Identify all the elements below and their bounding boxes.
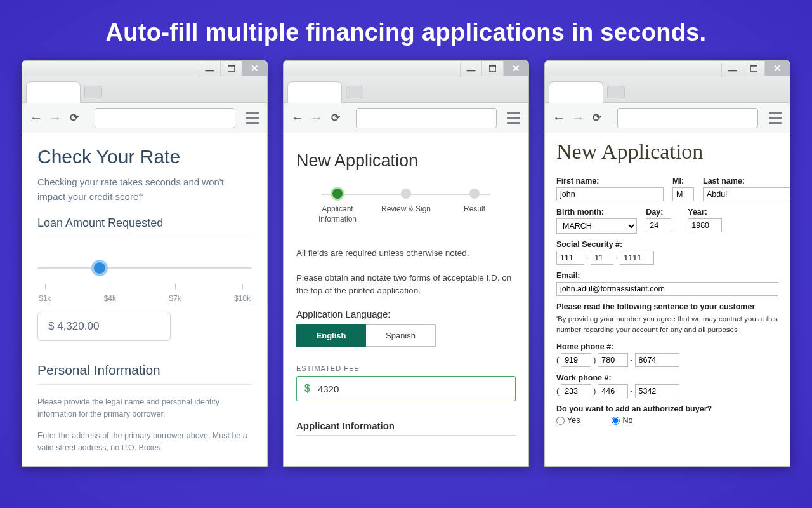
- day-input[interactable]: [646, 218, 671, 232]
- menu-icon[interactable]: [244, 112, 261, 124]
- new-tab-button[interactable]: [607, 86, 625, 98]
- ssn-part3-input[interactable]: [620, 251, 654, 265]
- work-phone-line-input[interactable]: [635, 384, 679, 398]
- authorized-yes-radio[interactable]: Yes: [556, 416, 580, 425]
- section-applicant-info: Applicant Information: [296, 420, 516, 436]
- window-titlebar: — ✕: [22, 61, 267, 76]
- close-button[interactable]: ✕: [503, 61, 528, 76]
- language-toggle: English Spanish: [296, 324, 516, 347]
- reload-button[interactable]: ⟳: [328, 111, 343, 124]
- browser-toolbar: ← → ⟳: [545, 103, 790, 133]
- step-result: Result: [446, 189, 503, 224]
- page-title: New Application: [296, 151, 516, 171]
- browser-tab[interactable]: [549, 81, 603, 103]
- browser-tab[interactable]: [26, 81, 81, 103]
- work-phone-prefix-input[interactable]: [598, 384, 628, 398]
- minimize-button[interactable]: —: [199, 63, 220, 77]
- disclaimer-text: 'By providing your number you agree that…: [556, 314, 778, 335]
- reload-button[interactable]: ⟳: [589, 111, 605, 124]
- forward-button[interactable]: →: [48, 110, 63, 125]
- browser-tab[interactable]: [287, 81, 342, 103]
- help-text: Please provide the legal name and person…: [37, 396, 252, 421]
- divider: [37, 384, 252, 385]
- first-name-input[interactable]: [556, 187, 664, 201]
- year-label: Year:: [688, 208, 732, 217]
- browser-toolbar: ← → ⟳: [284, 103, 528, 133]
- email-input[interactable]: [556, 282, 778, 296]
- last-name-label: Last name:: [703, 177, 790, 185]
- window-new-application-a: — ✕ ← → ⟳ New Application Applicant Info…: [283, 60, 529, 467]
- maximize-button[interactable]: [743, 61, 764, 76]
- year-input[interactable]: [688, 218, 722, 232]
- home-phone-label: Home phone #:: [556, 342, 778, 351]
- step-dot-icon: [332, 189, 343, 199]
- back-button[interactable]: ←: [290, 110, 305, 125]
- back-button[interactable]: ←: [29, 110, 44, 125]
- loan-amount-display: $ 4,320.00: [37, 312, 171, 341]
- language-spanish-button[interactable]: Spanish: [366, 324, 436, 347]
- id-note: Please obtain and notate two forms of ac…: [296, 272, 516, 298]
- birth-month-select[interactable]: MARCH: [556, 218, 637, 234]
- ssn-part1-input[interactable]: [556, 251, 584, 265]
- work-phone-label: Work phone #:: [556, 373, 778, 382]
- page-title: Check Your Rate: [37, 146, 252, 168]
- section-personal-info: Personal Information: [37, 363, 252, 378]
- divider: [37, 234, 252, 234]
- currency-symbol: $: [304, 383, 310, 394]
- close-button[interactable]: ✕: [764, 61, 790, 76]
- forward-button[interactable]: →: [309, 110, 324, 125]
- page-body: Check Your Rate Checking your rate takes…: [22, 133, 267, 466]
- reload-button[interactable]: ⟳: [67, 111, 82, 124]
- home-phone-area-input[interactable]: [561, 353, 591, 367]
- page-body: New Application Applicant Information Re…: [284, 133, 528, 466]
- first-name-label: First name:: [556, 177, 664, 185]
- work-phone-area-input[interactable]: [561, 384, 591, 398]
- authorized-buyer-label: Do you want to add an authorized buyer?: [556, 404, 712, 413]
- slider-ticks: $1k $4k $7k $10k: [37, 294, 252, 303]
- page-title: New Application: [556, 140, 778, 164]
- home-phone-line-input[interactable]: [635, 353, 679, 367]
- back-button[interactable]: ←: [551, 110, 566, 125]
- slider-label: Loan Amount Requested: [37, 217, 252, 230]
- ssn-part2-input[interactable]: [591, 251, 613, 265]
- loan-amount-slider[interactable]: [37, 252, 252, 290]
- disclaimer-heading: Please read the following sentence to yo…: [556, 302, 755, 311]
- home-phone-prefix-input[interactable]: [598, 353, 628, 367]
- svg-rect-5: [750, 65, 757, 67]
- window-new-application-b: — ✕ ← → ⟳ New Application First name:: [544, 60, 790, 467]
- new-tab-button[interactable]: [346, 86, 363, 98]
- window-rate-checker: — ✕ ← → ⟳ Check Your Rate Checking your …: [22, 60, 268, 467]
- browser-toolbar: ← → ⟳: [22, 103, 267, 133]
- new-tab-button[interactable]: [84, 86, 102, 98]
- svg-rect-3: [489, 65, 496, 67]
- mi-label: MI:: [672, 177, 694, 185]
- close-button[interactable]: ✕: [242, 61, 267, 76]
- maximize-button[interactable]: [481, 61, 503, 76]
- language-label: Application Language:: [296, 309, 516, 319]
- help-text: Enter the address of the primary borrowe…: [37, 430, 252, 455]
- address-bar[interactable]: [617, 108, 758, 128]
- address-bar[interactable]: [356, 108, 497, 128]
- mi-input[interactable]: [672, 187, 694, 201]
- slider-thumb[interactable]: [91, 260, 108, 276]
- minimize-button[interactable]: —: [721, 63, 743, 77]
- tab-strip: [284, 76, 528, 103]
- step-applicant-info: Applicant Information: [309, 189, 366, 224]
- step-review-sign: Review & Sign: [377, 189, 435, 224]
- estimated-fee-label: ESTIMATED FEE: [296, 364, 516, 372]
- estimated-fee-input[interactable]: $ 4320: [296, 376, 516, 401]
- page-body: New Application First name: MI: Last nam…: [545, 133, 790, 466]
- address-bar[interactable]: [95, 108, 235, 128]
- language-english-button[interactable]: English: [296, 324, 366, 347]
- authorized-no-radio[interactable]: No: [612, 416, 632, 425]
- ssn-label: Social Security #:: [556, 240, 778, 249]
- last-name-input[interactable]: [703, 187, 790, 201]
- window-titlebar: — ✕: [284, 61, 528, 76]
- menu-icon[interactable]: [767, 112, 783, 124]
- maximize-button[interactable]: [220, 61, 242, 76]
- page-subtitle: Checking your rate takes seconds and won…: [37, 175, 252, 204]
- progress-stepper: Applicant Information Review & Sign Resu…: [296, 189, 516, 231]
- forward-button[interactable]: →: [570, 110, 586, 125]
- minimize-button[interactable]: —: [460, 63, 481, 77]
- menu-icon[interactable]: [506, 112, 522, 124]
